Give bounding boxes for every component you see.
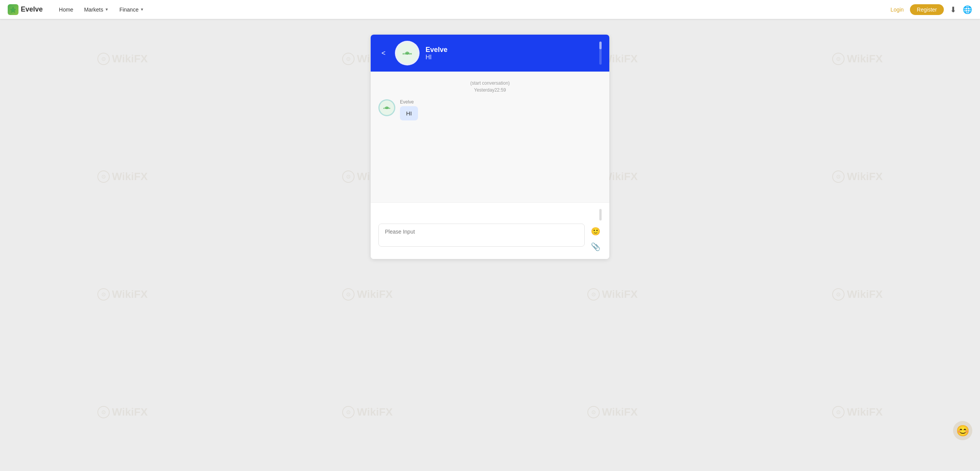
finance-dropdown-icon: ▼ [140, 7, 144, 12]
chat-input-row: 🙂 📎 [378, 224, 602, 253]
chat-header-status: HI [426, 54, 448, 61]
chat-messages: (start conversation) Yesterday22:59 evel… [371, 72, 609, 202]
main-content: < evelve Evelve HI (start conversation) [0, 19, 980, 274]
scroll-indicator [378, 209, 602, 220]
chat-container: < evelve Evelve HI (start conversation) [371, 35, 609, 259]
markets-dropdown-icon: ▼ [105, 7, 109, 12]
message-avatar-inner: evelve [380, 100, 394, 115]
chat-input-area: 🙂 📎 [371, 202, 609, 259]
scrollbar-thumb [599, 209, 602, 220]
message-sender: Evelve [400, 99, 418, 105]
nav-links: Home Markets ▼ Finance ▼ [54, 4, 891, 15]
chat-system-message: (start conversation) Yesterday22:59 [378, 79, 602, 93]
emoji-icon: 🙂 [591, 227, 600, 236]
brand[interactable]: Evelve [8, 4, 43, 15]
wm-cell: ⊙WikiFX [490, 353, 735, 471]
chat-header: < evelve Evelve HI [371, 35, 609, 72]
language-icon[interactable]: 🌐 [963, 5, 972, 14]
chat-back-button[interactable]: < [378, 48, 389, 59]
chat-actions: 🙂 📎 [589, 224, 602, 253]
wm-cell: ⊙WikiFX [0, 353, 245, 471]
system-text: (start conversation) [470, 80, 510, 86]
wm-cell: ⊙WikiFX [735, 353, 980, 471]
login-link[interactable]: Login [891, 7, 904, 13]
nav-finance[interactable]: Finance ▼ [115, 4, 149, 15]
chat-message-input[interactable] [378, 224, 585, 247]
attachment-button[interactable]: 📎 [589, 241, 602, 253]
brand-name: Evelve [21, 5, 43, 13]
nav-home[interactable]: Home [54, 4, 78, 15]
floating-emoji-icon: 😊 [956, 424, 970, 437]
message-row: evelve Evelve HI [378, 99, 602, 120]
chat-input-wrapper [378, 224, 585, 248]
chat-avatar-inner: evelve [396, 42, 418, 64]
chat-scrollbar [599, 42, 602, 65]
emoji-button[interactable]: 🙂 [589, 225, 602, 237]
navbar-right: Login Register ⬇ 🌐 [891, 4, 972, 15]
navbar: Evelve Home Markets ▼ Finance ▼ Login Re… [0, 0, 980, 19]
message-bubble: HI [400, 106, 418, 120]
wm-cell: ⊙WikiFX [245, 353, 490, 471]
download-icon[interactable]: ⬇ [950, 5, 957, 14]
chat-header-name: Evelve [426, 46, 448, 54]
message-timestamp: Yesterday22:59 [474, 87, 506, 93]
attachment-icon: 📎 [591, 242, 600, 251]
nav-markets[interactable]: Markets ▼ [79, 4, 113, 15]
chat-header-info: Evelve HI [426, 46, 448, 61]
register-button[interactable]: Register [910, 4, 944, 15]
floating-emoji-button[interactable]: 😊 [953, 421, 972, 440]
message-content: Evelve HI [400, 99, 418, 120]
brand-logo-icon [8, 4, 18, 15]
chat-header-avatar: evelve [395, 41, 420, 65]
message-avatar: evelve [378, 99, 395, 116]
